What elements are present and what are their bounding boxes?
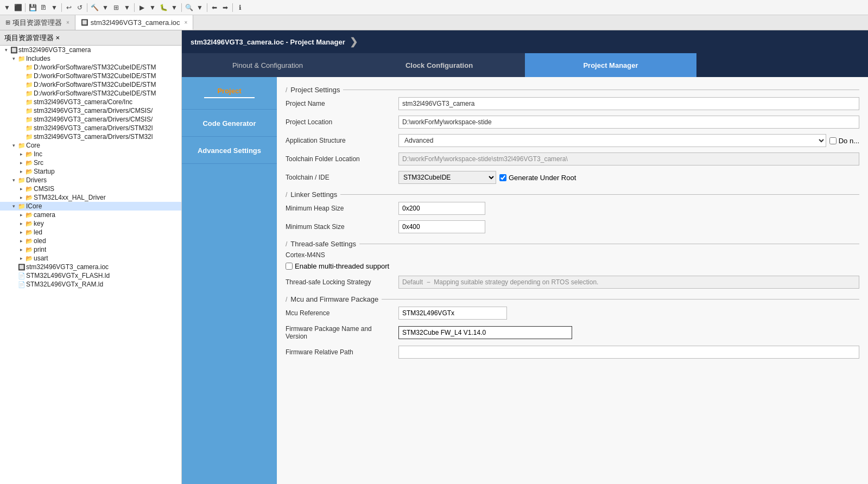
input-locking-strategy xyxy=(398,276,859,289)
tree-item[interactable]: 📁D:/workForSoftware/STM32CubeIDE/STM xyxy=(0,80,181,89)
tree-label: key xyxy=(34,220,44,227)
toolbar-icon-arrow-left[interactable]: ⬅ xyxy=(210,3,219,12)
toolbar-icon-back[interactable]: ▼ xyxy=(2,3,12,12)
toolbar-icon-grid[interactable]: ⊞ xyxy=(111,3,121,12)
toolbar-icon-redo[interactable]: ↺ xyxy=(75,3,85,12)
tab-ioc-icon: 🔲 xyxy=(81,19,88,26)
tab-project-close[interactable]: × xyxy=(66,20,69,26)
toolbar-icon-debug-dd[interactable]: ▼ xyxy=(169,3,179,12)
nav-code-generator-label: Code Generator xyxy=(202,119,256,128)
ioc-header: stm32l496VGT3_camera.ioc - Project Manag… xyxy=(182,30,868,53)
tree-item[interactable]: ▸📂print xyxy=(0,245,181,254)
tree-icon: 📄 xyxy=(17,272,26,279)
tree-item[interactable]: 🔲stm32l496VGT3_camera.ioc xyxy=(0,263,181,271)
checkbox-multithread[interactable] xyxy=(286,263,293,270)
toolbar-icon-build[interactable]: 🔨 xyxy=(90,3,99,12)
tab-pinout[interactable]: Pinout & Configuration xyxy=(182,53,353,77)
tree-item[interactable]: ▸📂Startup xyxy=(0,167,181,176)
tree-item[interactable]: 📁stm32l496VGT3_camera/Drivers/CMSIS/ xyxy=(0,106,181,115)
tree-item[interactable]: 📁D:/workForSoftware/STM32CubeIDE/STM xyxy=(0,63,181,72)
tree-item[interactable]: ▸📂usart xyxy=(0,254,181,263)
input-mcu-ref[interactable] xyxy=(398,307,507,320)
tab-ioc-close[interactable]: × xyxy=(185,20,188,26)
tab-extra[interactable] xyxy=(696,53,868,77)
tree-item[interactable]: 📁stm32l496VGT3_camera/Drivers/CMSIS/ xyxy=(0,115,181,124)
nav-code-generator[interactable]: Code Generator xyxy=(182,110,277,137)
tree-icon: 📂 xyxy=(25,212,34,219)
toolbar-icon-arrow-right[interactable]: ➡ xyxy=(220,3,230,12)
label-firmware-path: Firmware Relative Path xyxy=(286,348,394,356)
tree-item[interactable]: ▾📁Core xyxy=(0,141,181,150)
tree-item[interactable]: 📁stm32l496VGT3_camera/Drivers/STM32l xyxy=(0,132,181,141)
toolbar-icon-save[interactable]: 💾 xyxy=(28,3,37,12)
toolbar-icon-search-dd[interactable]: ▼ xyxy=(195,3,205,12)
toolbar-icon-debug[interactable]: 🐛 xyxy=(159,3,168,12)
input-firmware-pkg[interactable] xyxy=(398,326,572,339)
tree-item[interactable]: ▾📁Drivers xyxy=(0,176,181,184)
tree-item[interactable]: 📄STM32L496VGTx_RAM.ld xyxy=(0,280,181,289)
tree-item[interactable]: ▸📂key xyxy=(0,219,181,228)
tree-arrow: ▸ xyxy=(17,195,25,200)
toolbar-sep-1 xyxy=(25,3,26,12)
toolbar-icon-square[interactable]: ⬛ xyxy=(13,3,23,12)
tree-item[interactable]: 📁stm32l496VGT3_camera/Drivers/STM32l xyxy=(0,124,181,132)
tree-label: Inc xyxy=(34,150,42,158)
ioc-title: stm32l496VGT3_camera.ioc - Project Manag… xyxy=(191,38,345,46)
tree-item[interactable]: 📁stm32l496VGT3_camera/Core/Inc xyxy=(0,98,181,106)
tree-item[interactable]: 📄STM32L496VGTx_FLASH.ld xyxy=(0,271,181,280)
tree-icon: 📁 xyxy=(17,55,26,62)
tree-arrow: ▸ xyxy=(17,238,25,244)
label-toolchain-folder: Toolchain Folder Location xyxy=(286,155,394,163)
tree-item[interactable]: 📁D:/workForSoftware/STM32CubeIDE/STM xyxy=(0,72,181,80)
input-min-stack[interactable] xyxy=(398,220,485,233)
ioc-header-arrow: ❯ xyxy=(350,36,358,48)
tree-icon: 📂 xyxy=(25,220,34,227)
toolbar-icon-search[interactable]: 🔍 xyxy=(184,3,194,12)
input-min-heap[interactable] xyxy=(398,202,485,215)
tree-item[interactable]: ▾🔲stm32l496VGT3_camera xyxy=(0,46,181,54)
toolbar-icon-save-all[interactable]: 🖹 xyxy=(39,3,48,12)
tree-icon: 📁 xyxy=(25,64,34,71)
checkbox-donot[interactable] xyxy=(829,137,837,144)
input-firmware-path[interactable] xyxy=(398,346,859,359)
tree-item[interactable]: ▸📂Inc xyxy=(0,150,181,158)
tree-label: STM32L4xx_HAL_Driver xyxy=(34,194,106,201)
label-locking-strategy: Thread-safe Locking Strategy xyxy=(286,278,394,286)
select-toolchain-ide[interactable]: STM32CubeIDE xyxy=(398,171,496,184)
select-app-structure[interactable]: Advanced Basic xyxy=(398,134,826,147)
tree-icon: 📁 xyxy=(25,107,34,114)
tree-item[interactable]: ▸📂oled xyxy=(0,237,181,245)
tree-label: D:/workForSoftware/STM32CubeIDE/STM xyxy=(34,72,156,80)
tree-item[interactable]: ▸📂STM32L4xx_HAL_Driver xyxy=(0,193,181,202)
toolbar-icon-info[interactable]: ℹ xyxy=(235,3,245,12)
toolbar-icon-undo[interactable]: ↩ xyxy=(64,3,74,12)
toolbar-icon-run[interactable]: ▶ xyxy=(137,3,147,12)
checkbox-generate-root[interactable] xyxy=(499,174,506,181)
tree-label: usart xyxy=(34,254,48,262)
tree-label: STM32L496VGTx_FLASH.ld xyxy=(26,272,110,279)
left-panel-header: 项目资源管理器 × xyxy=(0,30,181,46)
tree-item[interactable]: ▾📁Includes xyxy=(0,54,181,63)
nav-project[interactable]: Project xyxy=(182,77,277,110)
tree-label: Startup xyxy=(34,168,55,175)
toolbar-icon-run-dd[interactable]: ▼ xyxy=(148,3,157,12)
section-mcu-line xyxy=(382,299,859,300)
toolbar-icon-grid-dd[interactable]: ▼ xyxy=(122,3,132,12)
toolbar-icon-filter[interactable]: ▼ xyxy=(49,3,59,12)
row-toolchain-ide: Toolchain / IDE STM32CubeIDE Generate Un… xyxy=(286,171,859,184)
tab-ioc[interactable]: 🔲 stm32l496VGT3_camera.ioc × xyxy=(75,15,194,30)
tab-project-explorer[interactable]: ⊞ 项目资源管理器 × xyxy=(0,15,75,30)
tree-item[interactable]: ▾📁ICore xyxy=(0,202,181,211)
toolbar-icon-build-dd[interactable]: ▼ xyxy=(100,3,110,12)
tab-clock[interactable]: Clock Configuration xyxy=(353,53,525,77)
tree-item[interactable]: ▸📂led xyxy=(0,228,181,237)
input-project-location[interactable] xyxy=(398,116,859,129)
tab-project-manager[interactable]: Project Manager xyxy=(525,53,696,77)
tree-icon: 📁 xyxy=(25,73,34,80)
tree-item[interactable]: ▸📂Src xyxy=(0,158,181,167)
nav-advanced-settings[interactable]: Advanced Settings xyxy=(182,137,277,164)
tree-item[interactable]: ▸📂camera xyxy=(0,211,181,219)
tree-item[interactable]: 📁D:/workForSoftware/STM32CubeIDE/STM xyxy=(0,89,181,98)
tree-item[interactable]: ▸📂CMSIS xyxy=(0,184,181,193)
input-project-name[interactable] xyxy=(398,97,859,110)
